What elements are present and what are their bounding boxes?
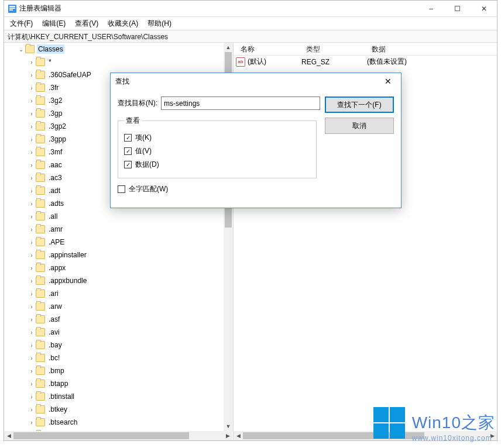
chevron-right-icon[interactable]: › (28, 419, 36, 426)
scroll-right-icon[interactable]: ▶ (223, 431, 232, 440)
chevron-right-icon[interactable]: › (28, 304, 36, 310)
menu-view[interactable]: 查看(V) (70, 18, 103, 30)
cb-whole-row[interactable]: 全字匹配(W) (118, 184, 320, 194)
close-button[interactable]: ✕ (471, 1, 497, 17)
scroll-thumb-h[interactable] (13, 432, 189, 439)
col-data[interactable]: 数据 (367, 43, 497, 55)
chevron-right-icon[interactable]: › (28, 239, 36, 246)
tree-item[interactable]: ›.ari (4, 287, 233, 300)
chevron-right-icon[interactable]: › (28, 59, 36, 66)
tree-item[interactable]: ›.all (4, 210, 233, 223)
maximize-button[interactable]: ☐ (444, 1, 471, 17)
chevron-right-icon[interactable]: › (28, 252, 36, 259)
scroll-right-icon[interactable]: ▶ (488, 431, 497, 440)
chevron-right-icon[interactable]: › (28, 316, 36, 323)
tree-item[interactable]: ›.btapp (4, 377, 233, 390)
find-target-input[interactable] (161, 97, 320, 110)
chevron-down-icon[interactable]: ⌄ (17, 46, 25, 53)
chevron-right-icon[interactable]: › (28, 85, 36, 91)
menu-file[interactable]: 文件(F) (5, 18, 37, 30)
tree-item[interactable]: ›.bay (4, 339, 233, 351)
chevron-right-icon[interactable]: › (28, 98, 36, 104)
chevron-right-icon[interactable]: › (28, 136, 36, 143)
cell-type: REG_SZ (301, 58, 367, 66)
tree-item[interactable]: ›.APE (4, 236, 233, 249)
tree-item[interactable]: ›.btsearch (4, 416, 233, 429)
tree-item-label: .all (49, 212, 57, 220)
tree-item-label: .asf (49, 315, 60, 323)
tree-item[interactable]: ›.appxbundle (4, 274, 233, 287)
chevron-right-icon[interactable]: › (28, 201, 36, 207)
checkbox-icon (124, 161, 132, 168)
tree-item[interactable]: ›.arw (4, 300, 233, 313)
tree-item-label: .APE (49, 238, 64, 246)
chevron-right-icon[interactable]: › (28, 368, 36, 374)
tree-item[interactable]: ›.btinstall (4, 390, 233, 403)
chevron-right-icon[interactable]: › (28, 291, 36, 297)
chevron-right-icon[interactable]: › (28, 162, 36, 168)
chevron-right-icon[interactable]: › (28, 149, 36, 156)
tree-item-label: .ari (49, 290, 59, 298)
scroll-left-icon[interactable]: ◀ (234, 431, 243, 440)
scroll-down-icon[interactable]: ▼ (224, 422, 233, 431)
lookat-group: 查看 项(K) 值(V) 数据(D) (118, 116, 317, 178)
dialog-title: 查找 (115, 77, 129, 87)
chevron-right-icon[interactable]: › (28, 406, 36, 413)
chevron-right-icon[interactable]: › (28, 111, 36, 117)
list-row-default[interactable]: ab (默认) REG_SZ (数值未设置) (234, 56, 497, 68)
tree-item-label: .amr (49, 225, 63, 233)
chevron-right-icon[interactable]: › (28, 394, 36, 400)
folder-icon (36, 187, 45, 195)
tree-scrollbar-h[interactable]: ◀ ▶ (4, 431, 232, 440)
cb-keys-row[interactable]: 项(K) (124, 133, 310, 143)
scroll-up-icon[interactable]: ▲ (224, 43, 233, 52)
scroll-thumb-h[interactable] (243, 432, 424, 439)
dialog-titlebar[interactable]: 查找 ✕ (111, 73, 401, 89)
chevron-right-icon[interactable]: › (28, 72, 36, 78)
cancel-button[interactable]: 取消 (325, 118, 394, 134)
tree-item-label: .arw (49, 302, 62, 311)
minimize-button[interactable]: – (418, 1, 444, 17)
col-name[interactable]: 名称 (236, 43, 301, 55)
tree-item-label: .btinstall (49, 392, 74, 401)
col-type[interactable]: 类型 (301, 43, 367, 55)
dialog-close-button[interactable]: ✕ (375, 73, 401, 89)
chevron-right-icon[interactable]: › (28, 175, 36, 181)
tree-item-label: * (49, 58, 52, 66)
chevron-right-icon[interactable]: › (28, 329, 36, 336)
tree-item[interactable]: ›.asf (4, 313, 233, 326)
tree-item[interactable]: ›.btkey (4, 403, 233, 416)
folder-icon (36, 328, 45, 336)
address-bar[interactable]: 计算机\HKEY_CURRENT_USER\Software\Classes (4, 30, 497, 43)
chevron-right-icon[interactable]: › (28, 213, 36, 220)
tree-item[interactable]: ›.bc! (4, 351, 233, 364)
chevron-right-icon[interactable]: › (28, 342, 36, 349)
tree-item[interactable]: ⌄Classes (4, 43, 233, 56)
chevron-right-icon[interactable]: › (28, 226, 36, 233)
chevron-right-icon[interactable]: › (28, 355, 36, 361)
tree-item-label: .btsearch (49, 418, 77, 426)
chevron-right-icon[interactable]: › (28, 381, 36, 387)
tree-item[interactable]: ›.avi (4, 326, 233, 339)
menu-favorites[interactable]: 收藏夹(A) (103, 18, 143, 30)
chevron-right-icon[interactable]: › (28, 278, 36, 284)
tree-item[interactable]: ›.appx (4, 261, 233, 274)
chevron-right-icon[interactable]: › (28, 265, 36, 271)
menu-edit[interactable]: 编辑(E) (37, 18, 70, 30)
tree-item[interactable]: ›.bmp (4, 364, 233, 377)
tree-item[interactable]: ›.amr (4, 223, 233, 236)
folder-icon (36, 135, 45, 143)
scroll-left-icon[interactable]: ◀ (4, 431, 13, 440)
chevron-right-icon[interactable]: › (28, 123, 36, 130)
cb-values-row[interactable]: 值(V) (124, 146, 310, 156)
tree-item[interactable]: ›.appinstaller (4, 249, 233, 261)
tree-item-label: .ac3 (49, 174, 62, 182)
find-next-button[interactable]: 查找下一个(F) (325, 97, 394, 113)
cb-data-row[interactable]: 数据(D) (124, 160, 310, 170)
folder-icon (36, 341, 45, 349)
list-scrollbar-h[interactable]: ◀ ▶ (234, 431, 497, 440)
folder-icon (36, 71, 45, 79)
menu-help[interactable]: 帮助(H) (143, 18, 176, 30)
chevron-right-icon[interactable]: › (28, 188, 36, 194)
tree-item[interactable]: ›* (4, 56, 233, 68)
